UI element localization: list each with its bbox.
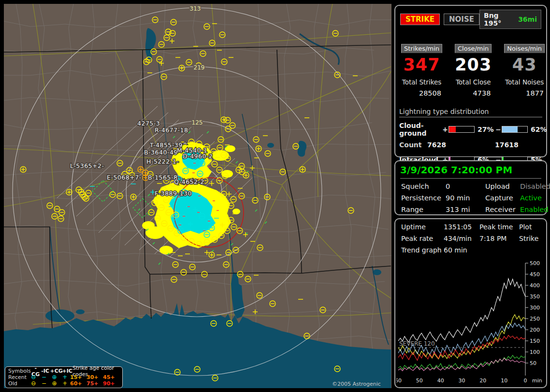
- bearing-distance: 36mi: [518, 15, 537, 23]
- cloud-ground-row: Cloud-ground + 27% − 62%: [399, 122, 542, 137]
- age-90: 90+: [103, 380, 119, 387]
- age-45: 45+: [103, 374, 119, 380]
- receiver-value: Enabled: [520, 206, 549, 213]
- svg-text:150: 150: [530, 338, 540, 344]
- bearing-display: Bng 195° 36mi: [479, 10, 541, 29]
- storm-cell-label: Q-4652-2: [174, 178, 204, 185]
- trend-panel: Uptime 1351:05 Peak time Plot Peak rate …: [394, 218, 547, 388]
- total-noises-value: 1877: [504, 89, 545, 97]
- legend-recent-label: Recent: [8, 374, 29, 380]
- svg-text:20: 20: [479, 378, 486, 384]
- total-strikes-label: Total Strikes: [401, 78, 442, 86]
- capture-label: Capture: [485, 194, 520, 202]
- bearing-value: Bng 195°: [484, 12, 518, 27]
- svg-text:450: 450: [530, 271, 540, 278]
- storm-cell-label: H-5222-1-: [146, 158, 179, 165]
- trend-series-yellow: [398, 315, 525, 359]
- age-30: 30+: [87, 374, 103, 380]
- stats-panel: STRIKE NOISE Bng 195° 36mi Strikes/min 3…: [394, 5, 547, 157]
- close-per-min-column: Close/min 203 Total Close 4738: [455, 43, 492, 97]
- rate-columns: Strikes/min 347 Total Strikes 28508 Clos…: [401, 43, 540, 97]
- cloud-ground-label: Cloud-ground: [399, 122, 442, 137]
- svg-text:200: 200: [530, 327, 540, 333]
- persistence-label: Persistence: [401, 194, 446, 202]
- cloud-ground-count-row: Count 7628 17618: [399, 141, 542, 149]
- range-label: Range: [401, 206, 446, 213]
- strike-button[interactable]: STRIKE: [400, 14, 440, 25]
- cg-count-label: Count: [399, 141, 427, 149]
- neg-ic-old-icon: −: [39, 380, 49, 387]
- trend-graph: 5010015020025030035040045050060504030201…: [396, 261, 546, 386]
- storm-cell-label: 4275-3: [137, 120, 160, 127]
- uptime-label: Uptime: [401, 223, 444, 231]
- cg-negative-bar: [502, 126, 528, 133]
- minus-sign: −: [495, 126, 502, 133]
- persistence-value: 90 min: [446, 194, 485, 202]
- plot-value: Strike: [519, 235, 540, 242]
- noises-per-min-header: Noises/min: [504, 44, 545, 53]
- storm-cell-label: D-4960-2: [183, 153, 213, 160]
- age-75: 75+: [87, 380, 103, 387]
- svg-text:50: 50: [416, 378, 423, 384]
- age-15: 15+: [70, 374, 87, 380]
- trend-graph-label: Trend graph: [401, 246, 444, 254]
- svg-text:10: 10: [501, 378, 507, 384]
- cg-positive-count: 7628: [427, 141, 495, 149]
- svg-text:30: 30: [459, 378, 465, 384]
- app-window: 4275-3R-4677-18T-4855-39^B-3640-49^M-454…: [0, 0, 550, 392]
- status-panel: 3/9/2026 7:20:00 PM Squelch 0 Upload Dis…: [394, 160, 547, 215]
- svg-text:0: 0: [524, 378, 527, 384]
- trend-graph-window: 60 min: [444, 246, 479, 254]
- datetime-display: 3/9/2026 7:20:00 PM: [400, 164, 541, 179]
- upload-value: Disabled: [520, 182, 550, 190]
- trend-graph-row: Trend graph 60 min: [401, 246, 540, 254]
- cg-negative-count: 17618: [495, 141, 542, 149]
- strikes-per-min-value: 347: [401, 55, 442, 74]
- range-ring-label: 313: [190, 5, 201, 12]
- pos-ic-old-icon: +: [59, 380, 70, 387]
- storm-cell-label: R-4677-18: [155, 126, 188, 134]
- cg-positive-pct: 27%: [475, 126, 495, 133]
- cg-positive-bar: [449, 126, 475, 133]
- svg-text:60: 60: [396, 378, 402, 384]
- status-row: Squelch 0 Upload Disabled: [401, 182, 540, 190]
- legend-old-row: Old ⊖ − ⊕ + 60+ 75+ 90+: [8, 380, 119, 387]
- svg-text:50: 50: [530, 360, 536, 366]
- plot-label: Plot: [519, 223, 540, 231]
- noises-per-min-value: 43: [504, 55, 545, 74]
- legend-symbols-title: Symbols: [8, 368, 31, 374]
- peak-time-label: Peak time: [479, 223, 519, 231]
- neg-cg-old-icon: ⊖: [29, 380, 39, 387]
- svg-text:SEVERE 120: SEVERE 120: [399, 340, 435, 347]
- close-per-min-value: 203: [455, 55, 492, 74]
- uptime-value: 1351:05: [444, 223, 479, 231]
- svg-text:100: 100: [530, 349, 540, 355]
- pos-cg-old-icon: ⊕: [49, 380, 60, 387]
- cg-negative-pct: 62%: [528, 126, 547, 133]
- legend-old-label: Old: [8, 380, 29, 387]
- range-ring-label: 219: [194, 64, 205, 71]
- range-ring-label: 125: [192, 119, 203, 126]
- uptime-row: Uptime 1351:05 Peak time Plot: [401, 223, 540, 231]
- trend-series-green: [398, 355, 525, 369]
- peak-rate-row: Peak rate 434/min 7:18 PM Strike: [401, 235, 540, 242]
- upload-label: Upload: [485, 182, 520, 190]
- noise-button[interactable]: NOISE: [444, 14, 479, 25]
- peak-time-value: 7:18 PM: [479, 235, 519, 242]
- plus-sign: +: [442, 126, 449, 133]
- peak-rate-label: Peak rate: [401, 235, 444, 242]
- status-row: Range 313 mi Receiver Enabled: [401, 206, 540, 213]
- svg-text:400: 400: [530, 282, 540, 289]
- storm-cell-label: L-5365+2-: [70, 162, 104, 169]
- lightning-map[interactable]: 4275-3R-4677-18T-4855-39^B-3640-49^M-454…: [4, 4, 391, 388]
- squelch-label: Squelch: [401, 182, 446, 190]
- storm-cell-label: B-1565-8: [148, 174, 177, 181]
- total-close-label: Total Close: [455, 78, 492, 86]
- age-60: 60+: [70, 380, 87, 387]
- svg-text:min: min: [532, 378, 542, 384]
- storm-cell-label: E-5068+7-: [107, 174, 142, 181]
- total-strikes-value: 28508: [401, 89, 442, 97]
- total-close-value: 4738: [455, 89, 492, 97]
- svg-text:500: 500: [530, 261, 540, 266]
- trend-series-red: [398, 336, 525, 361]
